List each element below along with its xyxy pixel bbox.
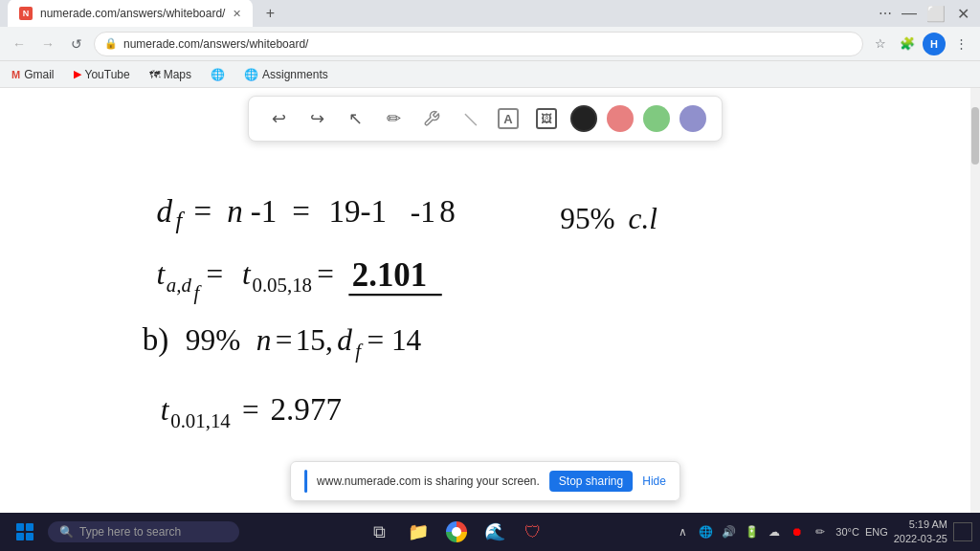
taskbar-icons: ⧉ 📁 🌊 🛡 [245,515,667,549]
bookmark-maps-label: Maps [164,68,191,81]
globe-icon-2: 🌐 [244,68,258,81]
start-button[interactable] [8,515,42,549]
math-equals-2: = [292,194,310,229]
nav-bar: ← → ↺ 🔒 numerade.com/answers/whiteboard/… [0,27,980,61]
taskbar-record[interactable]: ⏺ [788,522,807,541]
close-button[interactable]: ✕ [953,5,972,23]
math-t2: t [242,257,252,291]
math-equals-ta: = [207,257,224,291]
taskbar-right: ∧ 🌐 🔊 🔋 ☁ ⏺ ✏ 30°C ENG 5:19 AM 2022-03-2… [673,518,972,547]
math-equals-df2: = 14 [367,323,421,357]
math-001-subscript: 0.01,14 [170,409,231,432]
taskbar-pen[interactable]: ✏ [811,522,830,541]
redo-button[interactable]: ↪ [302,104,331,133]
vertical-scrollbar[interactable] [970,88,980,513]
bookmark-youtube[interactable]: ▶ YouTube [70,66,134,83]
temperature-display: 30°C [835,526,859,538]
math-f-sub2: f [355,340,364,363]
bookmark-gmail-label: Gmail [24,68,54,81]
taskbar-task-view[interactable]: ⧉ [363,515,397,549]
math-t3: t [161,393,170,427]
share-indicator [304,470,307,493]
address-bar[interactable]: 🔒 numerade.com/answers/whiteboard/ [94,32,863,56]
taskbar-speaker[interactable]: 🔊 [719,522,738,541]
extension-puzzle-button[interactable]: 🧩 [896,33,919,55]
whiteboard[interactable]: ↩ ↪ ↖ ✏ | A [0,88,970,513]
back-button[interactable]: ← [8,33,31,55]
language-display: ENG [865,526,888,538]
taskbar-search[interactable]: 🔍 Type here to search [48,521,239,542]
gmail-icon: M [11,69,20,80]
hide-button[interactable]: Hide [642,474,666,488]
math-minus-space: -1 [411,195,435,229]
date-display: 2022-03-25 [894,532,947,546]
bookmark-gmail[interactable]: M Gmail [8,66,58,83]
bookmark-maps[interactable]: 🗺 Maps [145,66,195,83]
math-99percent: 99% [186,323,240,357]
forward-button[interactable]: → [36,33,59,55]
settings-tool-button[interactable] [417,104,446,133]
taskbar-network[interactable]: 🌐 [696,522,715,541]
new-tab-button[interactable]: + [256,0,283,27]
color-black[interactable] [570,105,597,132]
tab-favicon: N [19,7,33,20]
color-purple[interactable] [679,105,706,132]
text-tool-button[interactable]: A [494,104,523,133]
win-cell-4 [26,533,33,540]
math-equals-t2: = [317,257,334,291]
line-tool-button[interactable]: | [450,99,490,139]
math-minus-1: -1 [251,194,278,229]
color-pink[interactable] [607,105,634,132]
taskbar-cloud[interactable]: ☁ [765,522,784,541]
bookmarks-bar: M Gmail ▶ YouTube 🗺 Maps 🌐 🌐 Assignments [0,61,980,88]
math-95percent: 95% [560,202,614,235]
math-text-f1: f [175,208,185,233]
window-controls: ⋯ — ⬜ ✕ [879,5,972,23]
taskbar-chrome[interactable] [439,515,474,549]
math-df2: d [337,323,352,357]
taskbar-shield[interactable]: 🛡 [516,515,550,549]
chrome-icon [446,521,467,542]
extension-icon[interactable]: ⋯ [879,6,892,21]
show-desktop-button[interactable] [953,522,972,541]
browser-frame: N numerade.com/answers/whiteboard/ ✕ + ⋯… [0,0,980,551]
math-equals-n2: = [276,323,293,357]
bookmark-assignments[interactable]: 🌐 Assignments [240,66,332,83]
math-ta: t [156,257,166,291]
math-15: 15, [296,323,333,357]
minimize-button[interactable]: — [900,5,919,22]
undo-button[interactable]: ↩ [264,104,293,133]
lock-icon: 🔒 [104,37,118,50]
taskbar-temp-lang: 30°C ENG [835,526,887,538]
handwriting-svg: d f = n -1 = 19-1 -1 8 95% c.l t a,d f [0,155,970,513]
win-cell-1 [16,523,24,531]
pen-tool-button[interactable]: ✏ [379,104,408,133]
clock[interactable]: 5:19 AM 2022-03-25 [894,518,947,547]
taskbar-edge[interactable]: 🌊 [478,515,512,549]
stop-sharing-button[interactable]: Stop sharing [549,471,633,492]
select-tool-button[interactable]: ↖ [341,104,369,133]
taskbar-up-arrow[interactable]: ∧ [673,522,692,541]
image-tool-button[interactable]: 🖼 [532,104,561,133]
reload-button[interactable]: ↺ [65,33,88,55]
youtube-icon: ▶ [74,68,81,80]
tab-title: numerade.com/answers/whiteboard/ [40,7,225,20]
math-2101: 2.101 [352,256,427,294]
maps-icon: 🗺 [149,69,160,80]
tab-close-button[interactable]: ✕ [233,8,241,20]
bookmark-web1[interactable]: 🌐 [207,66,229,83]
bookmark-star-button[interactable]: ☆ [869,33,892,55]
restore-button[interactable]: ⬜ [926,5,946,23]
text-tool-icon: A [498,108,519,129]
scroll-thumb[interactable] [971,107,979,165]
color-green[interactable] [643,105,670,132]
taskbar-battery[interactable]: 🔋 [742,522,761,541]
taskbar-file-explorer[interactable]: 📁 [401,515,435,549]
math-content: d f = n -1 = 19-1 -1 8 95% c.l t a,d f [0,155,970,513]
browser-tab[interactable]: N numerade.com/answers/whiteboard/ ✕ [8,0,253,28]
address-text: numerade.com/answers/whiteboard/ [123,37,308,51]
math-b-label: b) [143,322,169,358]
more-options-button[interactable]: ⋮ [949,33,972,55]
math-a-subscript: a,d [167,275,192,298]
profile-button[interactable]: H [923,33,946,55]
